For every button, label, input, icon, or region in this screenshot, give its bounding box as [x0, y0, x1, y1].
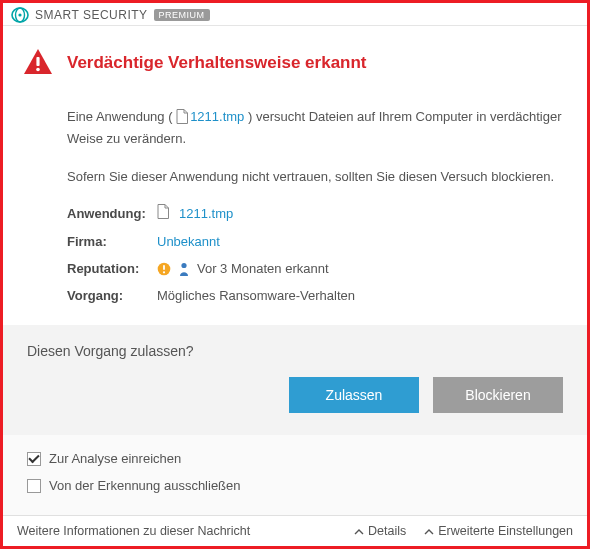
- footer: Weitere Informationen zu dieser Nachrich…: [3, 515, 587, 546]
- submit-analysis-label: Zur Analyse einreichen: [49, 451, 181, 466]
- row-process: Vorgang: Mögliches Ransomware-Verhalten: [67, 288, 567, 303]
- application-link[interactable]: 1211.tmp: [179, 206, 233, 221]
- options-panel: Zur Analyse einreichen Von der Erkennung…: [3, 435, 587, 515]
- svg-point-4: [36, 67, 40, 71]
- brand-text: SMART SECURITY: [35, 8, 148, 22]
- brand-bold: SMART: [35, 8, 79, 22]
- premium-badge: PREMIUM: [154, 9, 210, 21]
- brand-light: SECURITY: [83, 8, 148, 22]
- svg-point-7: [163, 271, 165, 273]
- warning-triangle-icon: [23, 48, 53, 79]
- file-icon: [176, 109, 188, 130]
- button-row: Zulassen Blockieren: [27, 377, 563, 413]
- checkbox-icon: [27, 479, 41, 493]
- reputation-user-icon: [179, 262, 189, 276]
- alert-header: Verdächtige Verhaltensweise erkannt: [23, 48, 567, 79]
- svg-point-2: [18, 14, 21, 17]
- svg-point-8: [181, 262, 186, 267]
- reputation-text: Vor 3 Monaten erkannt: [197, 261, 329, 276]
- svg-rect-6: [163, 265, 165, 270]
- eset-logo-icon: [11, 6, 29, 24]
- action-panel: Diesen Vorgang zulassen? Zulassen Blocki…: [3, 325, 587, 435]
- allow-button[interactable]: Zulassen: [289, 377, 419, 413]
- content-area: Verdächtige Verhaltensweise erkannt Eine…: [3, 26, 587, 326]
- more-info-link[interactable]: Weitere Informationen zu dieser Nachrich…: [17, 524, 250, 538]
- row-application: Anwendung: 1211.tmp: [67, 204, 567, 222]
- svg-rect-3: [36, 57, 39, 66]
- description-2: Sofern Sie dieser Anwendung nicht vertra…: [67, 167, 567, 187]
- alert-body: Eine Anwendung ( 1211.tmp ) versucht Dat…: [23, 107, 567, 304]
- block-button[interactable]: Blockieren: [433, 377, 563, 413]
- action-question: Diesen Vorgang zulassen?: [27, 343, 563, 359]
- dialog-window: SMART SECURITY PREMIUM Verdächtige Verha…: [0, 0, 590, 549]
- checkbox-icon: [27, 452, 41, 466]
- file-icon: [157, 204, 169, 222]
- details-toggle[interactable]: Details: [354, 524, 406, 538]
- label-process: Vorgang:: [67, 288, 157, 303]
- process-text: Mögliches Ransomware-Verhalten: [157, 288, 355, 303]
- chevron-up-icon: [424, 524, 434, 538]
- advanced-settings-toggle[interactable]: Erweiterte Einstellungen: [424, 524, 573, 538]
- label-application: Anwendung:: [67, 206, 157, 221]
- titlebar: SMART SECURITY PREMIUM: [3, 3, 587, 26]
- reputation-warning-icon: [157, 262, 171, 276]
- description-1: Eine Anwendung ( 1211.tmp ) versucht Dat…: [67, 107, 567, 149]
- alert-title: Verdächtige Verhaltensweise erkannt: [67, 53, 367, 73]
- exclude-detection-checkbox[interactable]: Von der Erkennung ausschließen: [27, 478, 563, 493]
- chevron-up-icon: [354, 524, 364, 538]
- exclude-detection-label: Von der Erkennung ausschließen: [49, 478, 241, 493]
- submit-analysis-checkbox[interactable]: Zur Analyse einreichen: [27, 451, 563, 466]
- company-link[interactable]: Unbekannt: [157, 234, 220, 249]
- label-company: Firma:: [67, 234, 157, 249]
- row-company: Firma: Unbekannt: [67, 234, 567, 249]
- file-link[interactable]: 1211.tmp: [190, 109, 244, 124]
- label-reputation: Reputation:: [67, 261, 157, 276]
- row-reputation: Reputation: Vor 3 Monaten erkannt: [67, 261, 567, 276]
